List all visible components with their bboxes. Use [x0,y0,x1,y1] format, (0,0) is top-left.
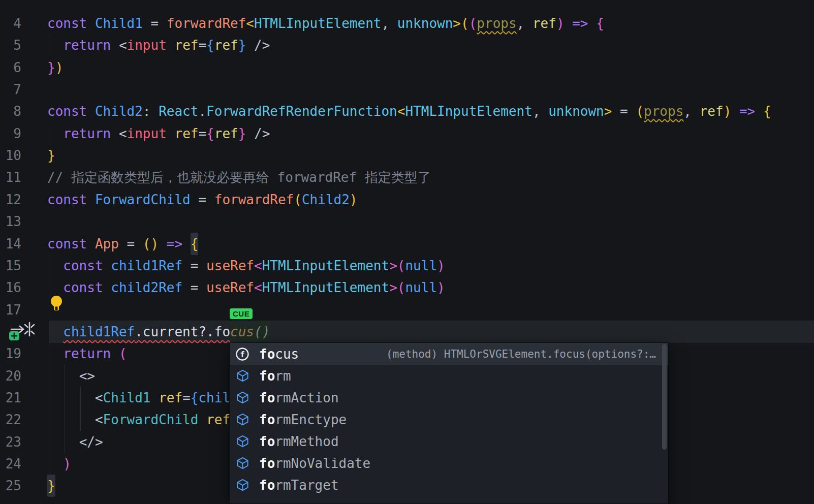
line-number: 9 [0,122,21,145]
code-line[interactable]: child1Ref.current?.focus() [47,321,270,343]
code-line[interactable]: <ForwardChild ref [47,408,230,431]
code-editor: { "editor": { "cue_badge": "CUE", "gutte… [0,0,814,504]
code-token: : [143,100,159,122]
code-token: = [127,233,143,255]
code-line[interactable]: // 指定函数类型后，也就没必要再给 forwardRef 指定类型了 [47,166,431,188]
code-token: { [191,387,199,409]
completion-item[interactable]: formTarget [230,474,668,496]
code-line[interactable]: return <input ref={ref} /> [47,34,270,56]
completion-item[interactable]: formMethod [230,430,668,452]
code-token: Child1 [95,12,151,35]
code-token: ) [724,100,732,122]
code-token: ) [63,453,71,475]
code-token: ForwardRefRenderFunction [206,100,397,122]
code-token: const [47,100,95,122]
code-token: ForwardChild [95,188,199,211]
code-token: { [191,233,199,255]
code-token [47,431,79,453]
tab-jump-icon[interactable] [8,321,37,341]
code-token: chil [198,387,230,409]
code-line[interactable]: const Child1 = forwardRef<HTMLInputEleme… [47,12,604,35]
line-number: 14 [0,233,21,255]
completion-label: focus [259,346,299,362]
completion-item[interactable]: ffocus(method) HTMLOrSVGElement.focus(op… [230,343,668,365]
code-token: => [167,233,182,255]
code-token: < [397,100,405,122]
code-token: HTMLInputElement [405,100,532,122]
code-token: = [191,276,206,299]
code-token: < [254,255,262,277]
code-line[interactable]: const Child2: React.ForwardRefRenderFunc… [47,100,771,122]
code-token: => [572,12,588,35]
line-number: 16 [0,276,21,299]
property-cube-icon [235,368,250,384]
code-token: { [206,122,214,145]
lightbulb-icon[interactable] [50,295,63,311]
line-number: 15 [0,255,21,277]
code-token: = [612,100,636,122]
completion-item[interactable]: form [230,365,668,387]
property-cube-icon [235,478,250,493]
code-line[interactable]: } [47,144,55,167]
completion-item[interactable]: formNoValidate [230,452,668,474]
property-cube-icon [235,412,250,427]
line-number: 25 [0,475,21,497]
completion-popup[interactable]: ffocus(method) HTMLOrSVGElement.focus(op… [230,342,669,504]
code-token: HTMLInputElement [262,255,389,277]
code-line[interactable]: const App = () => { [47,233,198,255]
code-token [731,100,739,122]
code-token: ) [55,56,64,79]
code-token: ref [533,12,556,35]
property-cube-icon [235,456,250,471]
line-number: 23 [0,431,21,453]
editor-surface[interactable]: 456789101112131415161719202122232425 con… [0,0,814,504]
code-line[interactable]: }) [47,56,63,79]
code-token: , [517,12,533,35]
line-number: 24 [0,453,21,475]
code-token: } [238,34,246,56]
code-token [246,122,254,145]
code-token: () [143,233,159,255]
code-line[interactable]: return ( [47,342,127,365]
code-line[interactable]: } [47,475,55,497]
code-token: { [206,34,214,56]
popup-scrollbar[interactable] [662,344,667,450]
code-line[interactable]: const ForwardChild = forwardRef(Child2) [47,188,358,211]
code-line[interactable]: <> [47,365,95,387]
code-token: => [739,100,755,122]
code-token: const [47,188,95,211]
code-token: { [596,12,604,35]
code-token: ) [556,12,565,35]
line-number: 10 [0,144,21,167]
property-cube-icon [235,390,250,405]
completion-item[interactable]: formEnctype [230,408,668,430]
code-token: HTMLInputElement [262,276,389,299]
code-line[interactable]: <Child1 ref={chil [47,387,230,409]
code-line[interactable]: const child1Ref = useRef<HTMLInputElemen… [47,255,445,277]
code-token [198,408,206,431]
code-token: ) [437,255,445,277]
line-number: 8 [0,100,21,122]
code-line[interactable]: return <input ref={ref} /> [47,122,270,145]
completion-label: formAction [259,390,339,405]
code-token [47,34,63,56]
code-token: = [151,12,167,35]
code-token: null [405,276,437,299]
code-token: ref [700,100,724,122]
code-line[interactable]: </> [47,431,103,453]
completion-item[interactable]: formAction [230,387,668,408]
code-token: > [389,276,397,299]
code-token: < [119,122,127,145]
code-token: ( [636,100,644,122]
code-token: const [63,276,111,299]
code-token: = [198,122,206,145]
code-line[interactable]: const child2Ref = useRef<HTMLInputElemen… [47,276,445,299]
code-line[interactable]: ) [47,453,71,475]
completion-label: formEnctype [259,412,347,427]
code-token: // 指定函数类型后，也就没必要再给 forwardRef 指定类型了 [47,166,431,188]
code-token: Child2 [302,188,350,211]
code-token: ref [214,34,238,56]
line-number: 12 [0,188,21,211]
code-token: HTMLInputElement [254,12,381,35]
code-token: ForwardChild [103,408,199,431]
